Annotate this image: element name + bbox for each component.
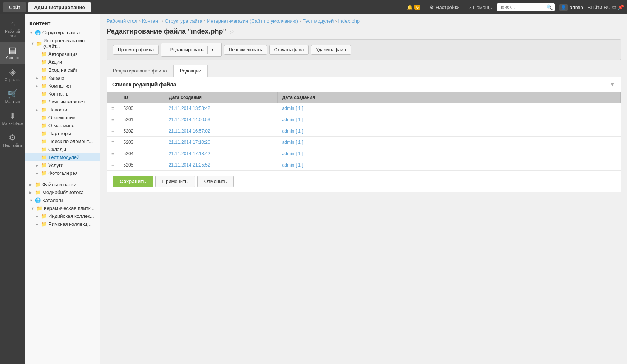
tree-item-auth[interactable]: ▶ 📁 Авторизация <box>25 50 100 58</box>
edit-file-button[interactable]: Редактировать ▼ <box>161 43 222 57</box>
tree-item-contacts[interactable]: ▶ 📁 Контакты <box>25 90 100 98</box>
tree-item-site-structure[interactable]: ▼ 🌐 Структура сайта <box>25 29 100 37</box>
save-button[interactable]: Сохранить <box>113 176 153 187</box>
table-row: ≡ 5204 21.11.2014 17:13:42 admin [ 1 ] <box>107 148 621 159</box>
tree-item-aboutshop[interactable]: ▶ 📁 О магазине <box>25 122 100 130</box>
tree-item-catalog[interactable]: ▶ 📁 Каталог <box>25 74 100 82</box>
tree-item-about[interactable]: ▶ 📁 О компании <box>25 114 100 122</box>
services-icon: ◈ <box>9 68 16 76</box>
help-button[interactable]: ? Помощь <box>465 3 496 12</box>
tree-item-news[interactable]: ▶ 📁 Новости <box>25 106 100 114</box>
window-icon-button[interactable]: ⧉ <box>612 4 616 11</box>
breadcrumb-structure[interactable]: Структура сайта <box>165 18 202 24</box>
tree-label: Интернет-магазин (Сайт... <box>43 38 97 49</box>
arrow-icon: ▶ <box>36 222 39 226</box>
row-menu-icon[interactable]: ≡ <box>107 125 119 137</box>
table-row: ≡ 5200 21.11.2014 13:58:42 admin [ 1 ] <box>107 103 621 114</box>
download-button[interactable]: Скачать файл <box>269 45 309 55</box>
row-user: admin [ 1 ] <box>278 137 621 148</box>
row-menu-icon[interactable]: ≡ <box>107 159 119 171</box>
folder-icon: 📁 <box>41 59 47 65</box>
tree-item-sales[interactable]: ▶ 📁 Акции <box>25 58 100 66</box>
search-icon[interactable]: 🔍 <box>546 4 553 10</box>
apply-button[interactable]: Применить <box>155 176 195 187</box>
breadcrumb-file[interactable]: index.php <box>338 18 360 24</box>
tree-item-gallery[interactable]: ▶ 📁 Фотогалерея <box>25 169 100 177</box>
folder-icon: 📁 <box>35 190 41 195</box>
folder-icon: 📁 <box>41 154 47 160</box>
sidebar-item-services[interactable]: ◈ Сервисы <box>0 64 25 86</box>
tree-item-company[interactable]: ▶ 📁 Компания <box>25 82 100 90</box>
arrow-spacer: ▶ <box>36 124 39 128</box>
arrow-icon: ▼ <box>29 199 33 202</box>
shop-icon: 🛒 <box>8 90 18 98</box>
sidebar-item-content[interactable]: ▤ Контент <box>0 42 25 64</box>
row-menu-icon[interactable]: ≡ <box>107 103 119 114</box>
view-file-button[interactable]: Просмотр файла <box>113 45 159 55</box>
language-button[interactable]: RU <box>604 5 611 10</box>
tree-label: Тест модулей <box>48 154 79 160</box>
table-body: ≡ 5200 21.11.2014 13:58:42 admin [ 1 ] ≡… <box>107 103 621 171</box>
arrow-spacer: ▶ <box>36 156 39 159</box>
breadcrumb-test[interactable]: Тест модулей <box>303 18 334 24</box>
row-menu-icon[interactable]: ≡ <box>107 148 119 159</box>
tree-item-media[interactable]: ▶ 📁 Медиабиблиотека <box>25 188 100 196</box>
arrow-spacer: ▶ <box>36 92 39 96</box>
tree-item-login[interactable]: ▶ 📁 Вход на сайт <box>25 66 100 74</box>
tree-item-ceramic[interactable]: ▼ 📁 Керамическая плитк... <box>25 204 100 212</box>
search-input[interactable] <box>499 5 545 10</box>
tab-revisions[interactable]: Редакции <box>173 65 208 77</box>
tree-item-indian[interactable]: ▶ 📁 Индийская коллек... <box>25 212 100 220</box>
arrow-icon: ▼ <box>29 31 33 35</box>
tree-item-roman[interactable]: ▶ 📁 Римская коллекц... <box>25 220 100 228</box>
sidebar-item-marketplace[interactable]: ⬇ Marketplace <box>0 108 25 130</box>
tree-label: Личный кабинет <box>48 99 85 105</box>
tree-label: Каталог <box>48 75 66 81</box>
folder-icon: 📁 <box>35 182 41 187</box>
breadcrumb-shop[interactable]: Интернет-магазин (Сайт по умолчанию) <box>207 18 298 24</box>
tree-label: Каталоги <box>42 197 63 203</box>
search-box: 🔍 <box>497 3 555 11</box>
site-tab[interactable]: Сайт <box>3 2 26 12</box>
notification-button[interactable]: 🔔 6 <box>403 3 424 12</box>
logout-button[interactable]: Выйти <box>588 5 602 10</box>
edit-dropdown-arrow[interactable]: ▼ <box>207 46 217 54</box>
breadcrumb-content[interactable]: Контент <box>142 18 160 24</box>
tree-item-test-modules[interactable]: ▶ 📁 Тест модулей <box>25 153 100 161</box>
breadcrumb-dashboard[interactable]: Рабочий стол <box>107 18 137 24</box>
row-menu-icon[interactable]: ≡ <box>107 114 119 125</box>
collapse-icon[interactable]: ▼ <box>609 81 615 88</box>
tree-item-shop[interactable]: ▼ 📁 Интернет-магазин (Сайт... <box>25 37 100 50</box>
settings-nav-button[interactable]: ⚙ Настройки <box>426 3 463 12</box>
sidebar-item-shop[interactable]: 🛒 Магазин <box>0 86 25 108</box>
arrow-icon: ▶ <box>36 171 39 175</box>
sidebar-label-settings: Настройки <box>3 143 22 148</box>
row-date: 21.11.2014 16:57:02 <box>164 125 278 137</box>
tree-item-partners[interactable]: ▶ 📁 Партнёры <box>25 130 100 137</box>
tree-item-warehouses[interactable]: ▶ 📁 Склады <box>25 145 100 153</box>
delete-button[interactable]: Удалить файл <box>311 45 351 55</box>
menu-lines-icon: ≡ <box>111 117 114 122</box>
tree-item-catalogs[interactable]: ▼ 🌐 Каталоги <box>25 196 100 204</box>
cancel-button[interactable]: Отменить <box>197 176 234 187</box>
tree-item-search[interactable]: ▶ 📁 Поиск по элемент... <box>25 137 100 145</box>
pin-nav-button[interactable]: 📌 <box>618 4 624 10</box>
breadcrumb-sep: › <box>162 18 163 24</box>
folder-icon: 📁 <box>36 41 42 46</box>
tab-edit-file[interactable]: Редактирование файла <box>107 65 173 77</box>
sidebar-item-dashboard[interactable]: ⌂ Рабочий стол <box>0 16 25 42</box>
row-date: 21.11.2014 21:25:52 <box>164 159 278 171</box>
rename-button[interactable]: Переименовать <box>224 45 267 55</box>
breadcrumb-sep: › <box>139 18 141 24</box>
tree-label: Медиабиблиотека <box>42 190 84 195</box>
tree-label: Партнёры <box>48 131 71 136</box>
star-icon[interactable]: ☆ <box>229 28 235 35</box>
sidebar-item-settings[interactable]: ⚙ Настройки <box>0 130 25 152</box>
tree-item-services[interactable]: ▶ 📁 Услуги <box>25 161 100 169</box>
row-menu-icon[interactable]: ≡ <box>107 137 119 148</box>
content-area: Рабочий стол › Контент › Структура сайта… <box>100 14 627 364</box>
tree-item-files[interactable]: ▶ 📁 Файлы и папки <box>25 180 100 188</box>
page-title: Редактирование файла "index.php" <box>107 28 226 35</box>
tree-item-cabinet[interactable]: ▶ 📁 Личный кабинет <box>25 98 100 106</box>
admin-tab[interactable]: Администрирование <box>28 2 91 12</box>
